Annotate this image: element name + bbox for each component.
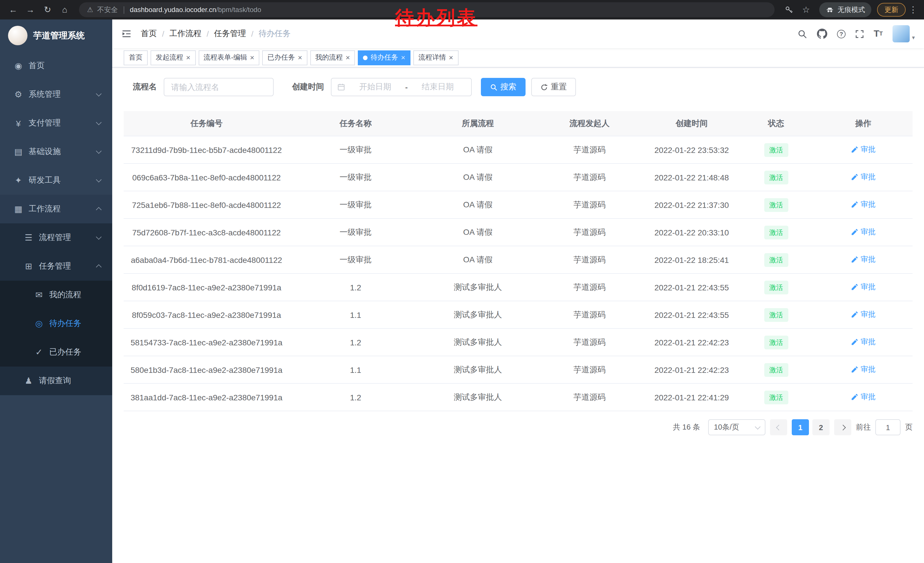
tab-流程表单-编辑[interactable]: 流程表单-编辑× <box>198 50 260 65</box>
chevron-down-icon <box>96 119 102 125</box>
approve-label: 审批 <box>861 365 876 375</box>
tags-view-bar: 首页发起流程×流程表单-编辑×已办任务×我的流程×待办任务×流程详情× <box>112 48 924 68</box>
tab-label: 已办任务 <box>267 53 295 62</box>
total-count: 共 16 条 <box>673 422 700 432</box>
app-window: 芋道管理系统 ◉首页⚙系统管理¥支付管理▤基础设施✦研发工具▦工作流程☰流程管理… <box>0 20 924 563</box>
chat-icon: ✉ <box>33 290 45 300</box>
page-button-1[interactable]: 1 <box>792 419 809 435</box>
search-icon[interactable] <box>798 29 807 39</box>
status-badge: 激活 <box>764 280 788 294</box>
search-button-label: 搜索 <box>500 82 516 92</box>
reset-button[interactable]: 重置 <box>531 78 576 96</box>
tab-close-icon[interactable]: × <box>186 54 190 61</box>
tab-首页[interactable]: 首页 <box>124 50 148 65</box>
tab-close-icon[interactable]: × <box>250 54 254 61</box>
approve-button[interactable]: 审批 <box>851 337 876 347</box>
approve-button[interactable]: 审批 <box>851 255 876 265</box>
github-icon[interactable] <box>817 29 827 39</box>
breadcrumb-item: 待办任务 <box>258 29 291 39</box>
sidebar-item-infrastructure[interactable]: ▤基础设施 <box>0 137 112 166</box>
initiator: 芋道源码 <box>534 227 645 237</box>
process-name-label: 流程名 <box>133 82 157 92</box>
sidebar-item-process-mgmt[interactable]: ☰流程管理 <box>0 224 112 252</box>
action-cell: 审批 <box>814 172 912 183</box>
approve-button[interactable]: 审批 <box>851 172 876 182</box>
sidebar-item-leave-query[interactable]: ♟请假查询 <box>0 366 112 395</box>
tab-发起流程[interactable]: 发起流程× <box>151 50 195 65</box>
app-logo[interactable]: 芋道管理系统 <box>0 20 112 51</box>
help-icon[interactable]: ? <box>837 30 846 38</box>
tab-待办任务[interactable]: 待办任务× <box>358 50 411 65</box>
search-button[interactable]: 搜索 <box>481 78 525 96</box>
sidebar-item-task-mgmt[interactable]: ⊞任务管理 <box>0 252 112 281</box>
tab-close-icon[interactable]: × <box>401 54 405 61</box>
edit-icon <box>851 146 858 153</box>
bookmark-star-icon[interactable]: ☆ <box>799 2 813 17</box>
goto-page-input[interactable] <box>875 419 900 435</box>
tab-流程详情[interactable]: 流程详情× <box>413 50 458 65</box>
forward-icon[interactable]: → <box>23 0 38 20</box>
chevron-left-icon <box>776 424 782 430</box>
chevron-down-icon <box>755 423 760 429</box>
sidebar-item-devtools[interactable]: ✦研发工具 <box>0 166 112 195</box>
user-avatar-menu[interactable]: ▾ <box>892 25 915 42</box>
app-title: 芋道管理系统 <box>33 30 85 41</box>
process-name: OA 请假 <box>422 227 534 237</box>
approve-button[interactable]: 审批 <box>851 200 876 210</box>
task-name: 1.2 <box>290 338 422 347</box>
page-button-2[interactable]: 2 <box>812 419 830 435</box>
action-cell: 审批 <box>814 200 912 210</box>
home-icon[interactable]: ⌂ <box>57 0 72 20</box>
approve-button[interactable]: 审批 <box>851 365 876 375</box>
sidebar-item-label: 系统管理 <box>28 89 61 100</box>
fullscreen-icon[interactable] <box>855 30 864 38</box>
create-time: 2022-01-21 22:42:23 <box>645 365 738 374</box>
sidebar-item-my-process[interactable]: ✉我的流程 <box>0 281 112 309</box>
back-icon[interactable]: ← <box>6 0 21 20</box>
page-size-select[interactable]: 10条/页 <box>708 419 765 435</box>
sidebar-item-done-tasks[interactable]: ✓已办任务 <box>0 338 112 366</box>
sidebar-item-system[interactable]: ⚙系统管理 <box>0 80 112 109</box>
next-page-button[interactable] <box>834 419 851 435</box>
tab-close-icon[interactable]: × <box>298 54 302 61</box>
sidebar-item-workflow[interactable]: ▦工作流程 <box>0 195 112 224</box>
tab-我的流程[interactable]: 我的流程× <box>310 50 355 65</box>
prev-page-button[interactable] <box>770 419 787 435</box>
approve-button[interactable]: 审批 <box>851 145 876 155</box>
check-icon: ✓ <box>33 347 45 357</box>
task-id: 069c6a63-7b8a-11ec-8ef0-acde48001122 <box>124 173 290 182</box>
process-name-input[interactable] <box>164 78 274 96</box>
approve-button[interactable]: 审批 <box>851 309 876 320</box>
approve-button[interactable]: 审批 <box>851 392 876 402</box>
sidebar-item-payment[interactable]: ¥支付管理 <box>0 109 112 137</box>
tab-已办任务[interactable]: 已办任务× <box>262 50 307 65</box>
approve-button[interactable]: 审批 <box>851 282 876 293</box>
breadcrumb-item[interactable]: 首页 <box>141 29 157 39</box>
sidebar-toggle-icon[interactable] <box>122 29 132 39</box>
browser-menu-icon[interactable]: ⋮ <box>908 2 918 17</box>
refresh-icon[interactable]: ↻ <box>40 0 55 20</box>
status-cell: 激活 <box>738 198 814 212</box>
task-id: 580e1b3d-7ac8-11ec-a9e2-a2380e71991a <box>124 365 290 374</box>
font-size-icon[interactable]: TT <box>874 29 883 38</box>
key-icon[interactable] <box>782 2 796 17</box>
approve-button[interactable]: 审批 <box>851 227 876 237</box>
table-row: 580e1b3d-7ac8-11ec-a9e2-a2380e71991a1.1测… <box>124 356 912 384</box>
sidebar-item-home[interactable]: ◉首页 <box>0 51 112 80</box>
edit-icon <box>851 393 858 401</box>
breadcrumb-item[interactable]: 工作流程 <box>170 29 201 39</box>
chevron-up-icon <box>96 264 102 270</box>
status-badge: 激活 <box>764 335 788 349</box>
task-id: 75d72608-7b7f-11ec-a3c8-acde48001122 <box>124 228 290 237</box>
task-id: 8f0d1619-7ac8-11ec-a9e2-a2380e71991a <box>124 283 290 292</box>
date-range-picker[interactable]: 开始日期 - 结束日期 <box>331 78 472 96</box>
tab-close-icon[interactable]: × <box>346 54 350 61</box>
sidebar-item-todo-tasks[interactable]: ◎待办任务 <box>0 309 112 338</box>
update-button[interactable]: 更新 <box>877 3 906 17</box>
sidebar-item-label: 工作流程 <box>28 204 61 214</box>
table-row: 381aa1dd-7ac8-11ec-a9e2-a2380e71991a1.2测… <box>124 384 912 411</box>
breadcrumb-item[interactable]: 任务管理 <box>214 29 246 39</box>
tab-close-icon[interactable]: × <box>449 54 453 61</box>
approve-label: 审批 <box>861 337 876 347</box>
chevron-up-icon <box>96 207 102 213</box>
